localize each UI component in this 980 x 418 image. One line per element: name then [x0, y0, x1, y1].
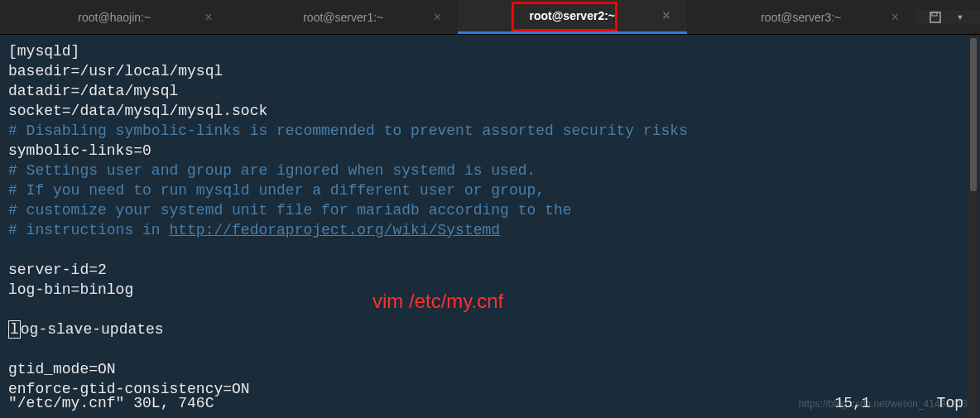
tab-label: root@haojin:~ — [78, 11, 151, 24]
tab-label: root@server2:~ — [529, 9, 615, 22]
tab-server2[interactable]: root@server2:~ × — [458, 0, 687, 34]
systemd-link[interactable]: http://fedoraproject.org/wiki/Systemd — [169, 222, 500, 238]
config-text: og-slave-updates — [21, 321, 164, 338]
tab-server1[interactable]: root@server1:~ × — [229, 0, 459, 34]
config-line-cursor: log-slave-updates — [8, 320, 972, 339]
comment-text: # instructions in — [8, 222, 169, 238]
config-line: socket=/data/mysql/mysql.sock — [8, 101, 972, 121]
blank-line — [8, 240, 972, 260]
annotation-text: vim /etc/my.cnf — [372, 291, 503, 311]
tab-label: root@server1:~ — [303, 11, 383, 24]
save-icon[interactable] — [928, 10, 943, 25]
comment-line: # If you need to run mysqld under a diff… — [8, 180, 972, 200]
blank-line — [8, 339, 972, 359]
close-icon[interactable]: × — [434, 10, 441, 25]
tab-server3[interactable]: root@server3:~ × — [687, 0, 916, 34]
close-icon[interactable]: × — [891, 10, 899, 25]
vim-cursor: l — [8, 320, 21, 339]
scrollbar-thumb[interactable] — [970, 38, 977, 191]
close-icon[interactable]: × — [204, 10, 212, 25]
comment-line: # instructions in http://fedoraproject.o… — [8, 220, 972, 240]
tab-haojin[interactable]: root@haojin:~ × — [0, 0, 229, 34]
dropdown-icon[interactable]: ▾ — [953, 10, 968, 25]
tab-label: root@server3:~ — [761, 11, 841, 24]
toolbar-right: ▾ — [915, 10, 980, 25]
status-file-info: "/etc/my.cnf" 30L, 746C — [8, 393, 214, 413]
config-line: [mysqld] — [8, 41, 972, 61]
config-line: gtid_mode=ON — [8, 359, 972, 379]
comment-line: # Disabling symbolic-links is recommende… — [8, 121, 972, 141]
config-line: basedir=/usr/local/mysql — [8, 61, 972, 81]
config-line: symbolic-links=0 — [8, 141, 972, 161]
config-line: server-id=2 — [8, 260, 972, 280]
terminal-content[interactable]: [mysqld] basedir=/usr/local/mysql datadi… — [0, 35, 980, 418]
watermark: https://blog.csdn.net/weixin_41491813 — [799, 398, 968, 410]
scrollbar[interactable] — [968, 35, 978, 418]
tab-bar: root@haojin:~ × root@server1:~ × root@se… — [0, 0, 980, 35]
close-icon[interactable]: × — [662, 8, 670, 23]
comment-line: # Settings user and group are ignored wh… — [8, 161, 972, 180]
comment-line: # customize your systemd unit file for m… — [8, 200, 972, 220]
config-line: datadir=/data/mysql — [8, 81, 972, 101]
